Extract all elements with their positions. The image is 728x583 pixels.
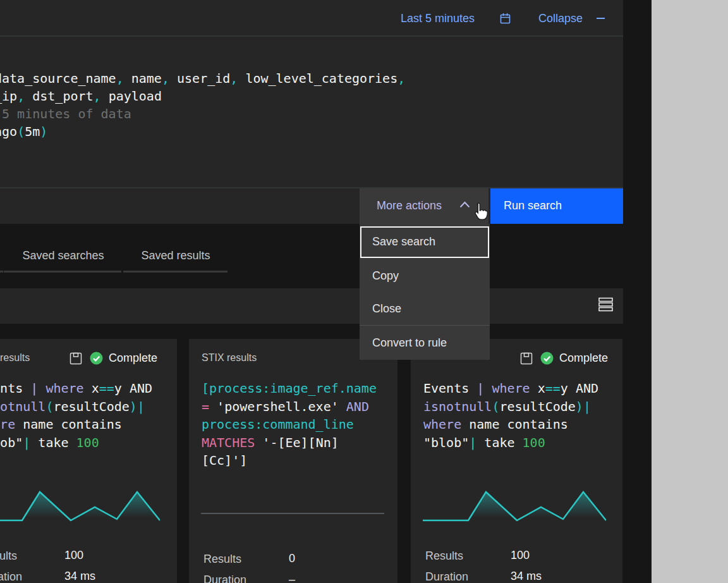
app-window: Last 5 minutes Collapse data_source_name… <box>0 0 728 583</box>
outside-desktop-area <box>652 0 728 583</box>
card-status: Complete <box>520 352 608 365</box>
results-stat-value: 0 <box>289 552 295 565</box>
card-title: STIX results <box>202 352 257 364</box>
menu-item-convert-to-rule[interactable]: Convert to rule <box>360 326 490 360</box>
duration-stat-value: – <box>289 573 295 583</box>
chevron-up-icon <box>459 201 470 208</box>
query-editor-code: data_source_name, name, user_id, low_lev… <box>0 70 405 140</box>
card-status: Complete <box>70 352 157 365</box>
complete-check-icon <box>540 352 554 365</box>
tab-underline-stub <box>0 271 3 273</box>
action-bar: More actions Run search <box>0 188 623 224</box>
tab-underline-saved-results <box>123 271 228 273</box>
result-card-stix: STIX results [process:image_ref.name= 'p… <box>189 339 397 583</box>
more-actions-menu: Save searchCopyCloseConvert to rule <box>360 224 490 360</box>
results-stat-label: Results <box>425 549 463 563</box>
query-editor[interactable]: data_source_name, name, user_id, low_lev… <box>0 37 623 187</box>
time-range-label[interactable]: Last 5 minutes <box>401 12 475 25</box>
save-icon[interactable] <box>520 352 533 365</box>
flat-chart-line <box>201 513 384 514</box>
duration-stat-label: Duration <box>425 570 468 583</box>
tab-underline-saved-searches <box>4 271 121 273</box>
card-code: Events | where x==y ANDisnotnull(resultC… <box>423 379 598 451</box>
result-card-right: Complete Events | where x==y ANDisnotnul… <box>411 339 622 583</box>
duration-stat-value: 34 ms <box>64 570 95 583</box>
menu-item-copy[interactable]: Copy <box>360 259 490 292</box>
result-card-left: results Complete Events | where x==y AND… <box>0 339 177 583</box>
results-toolbar <box>0 288 623 324</box>
status-label: Complete <box>559 352 608 365</box>
duration-stat-label: Duration <box>203 574 246 583</box>
card-code: Events | where x==y ANDisnotnull(resultC… <box>0 379 152 451</box>
results-stat-label: Results <box>0 549 17 563</box>
mouse-cursor <box>470 202 489 223</box>
rows-view-icon[interactable] <box>598 297 614 312</box>
collapse-label[interactable]: Collapse <box>538 12 583 25</box>
run-search-label: Run search <box>504 199 562 212</box>
calendar-icon[interactable] <box>499 13 511 25</box>
results-stat-value: 100 <box>511 549 530 562</box>
complete-check-icon <box>90 352 103 365</box>
status-label: Complete <box>109 352 157 365</box>
card-code: [process:image_ref.name= 'powershell.exe… <box>202 379 377 470</box>
tab-saved-results[interactable]: Saved results <box>124 249 228 262</box>
collapse-minus-icon[interactable] <box>597 18 605 19</box>
duration-stat-value: 34 ms <box>511 570 542 583</box>
more-actions-button[interactable]: More actions <box>360 188 488 224</box>
menu-item-save-search[interactable]: Save search <box>360 224 490 259</box>
run-search-button[interactable]: Run search <box>490 188 623 224</box>
card-title: results <box>0 352 30 364</box>
results-stat-label: Results <box>203 553 241 566</box>
more-actions-label: More actions <box>377 199 442 212</box>
save-icon[interactable] <box>70 352 82 365</box>
results-stat-value: 100 <box>64 549 83 562</box>
sparkline-chart <box>0 488 160 524</box>
top-bar: Last 5 minutes Collapse <box>0 0 623 35</box>
duration-stat-label: Duration <box>0 570 22 583</box>
sparkline-chart <box>423 488 606 524</box>
menu-item-close[interactable]: Close <box>360 292 490 325</box>
tab-saved-searches[interactable]: Saved searches <box>5 249 121 262</box>
